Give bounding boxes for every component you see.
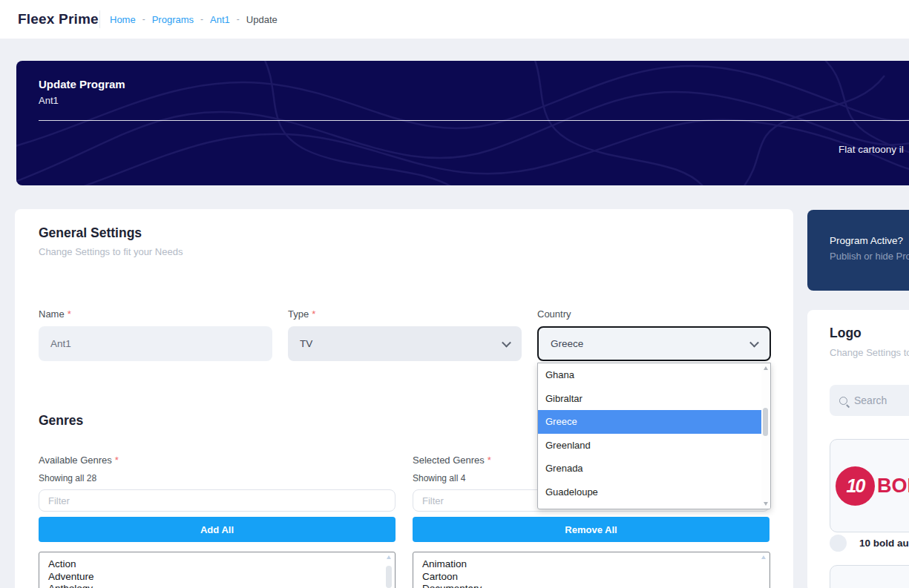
header-divider: [99, 10, 100, 28]
country-option-greece-selected[interactable]: Greece: [538, 410, 770, 434]
logo-card: Logo Change Settings to Search 10 BOLD 1…: [807, 310, 909, 588]
logo-title: Logo: [830, 326, 862, 341]
chevron-down-icon: [749, 337, 759, 347]
ten-bold-wordmark: BOLD: [877, 466, 909, 506]
available-genres-label: Available Genres*: [39, 455, 119, 466]
available-genres-label-text: Available Genres: [39, 455, 112, 466]
required-asterisk: *: [68, 308, 71, 320]
add-all-button[interactable]: Add All: [39, 517, 396, 542]
genre-option[interactable]: Action: [48, 558, 395, 571]
ten-bold-circle-logo: 10: [836, 466, 875, 506]
remove-all-button[interactable]: Remove All: [413, 517, 769, 542]
search-icon: [839, 397, 847, 405]
country-label-text: Country: [537, 308, 571, 320]
selected-genres-label: Selected Genres*: [413, 455, 491, 466]
filter-placeholder: Filter: [422, 495, 444, 506]
country-option-guadeloupe[interactable]: Guadeloupe: [538, 480, 770, 504]
genres-title: Genres: [39, 413, 83, 429]
filter-placeholder: Filter: [48, 495, 70, 506]
logo-radio-label: 10 bold au: [859, 538, 909, 549]
country-option-guam[interactable]: Guam: [538, 503, 770, 509]
scroll-up-icon[interactable]: [764, 366, 768, 370]
program-active-card[interactable]: Program Active? Publish or hide Prog: [807, 210, 909, 291]
genre-option[interactable]: Anthology: [48, 583, 395, 588]
selected-genres-count: Showing all 4: [413, 473, 465, 483]
genre-option[interactable]: Cartoon: [422, 571, 769, 584]
country-dropdown-list: Ghana Gibraltar Greece Greenland Grenada…: [537, 363, 771, 509]
scrollbar-thumb[interactable]: [763, 408, 768, 436]
logo-search-input[interactable]: Search: [830, 385, 909, 416]
country-select[interactable]: Greece: [537, 326, 771, 361]
general-settings-title: General Settings: [39, 225, 142, 241]
scrollbar-thumb[interactable]: [386, 566, 392, 588]
country-option-gibraltar[interactable]: Gibraltar: [538, 387, 770, 411]
required-asterisk: *: [115, 455, 119, 466]
type-label-text: Type: [288, 308, 309, 320]
program-active-title: Program Active?: [830, 235, 903, 246]
name-label: Name*: [39, 308, 71, 320]
country-label: Country: [537, 308, 571, 320]
available-genres-listbox[interactable]: Action Adventure Anthology: [39, 552, 396, 588]
page-banner: Update Program Ant1 Flat cartoony il: [16, 61, 909, 185]
breadcrumb-ant1[interactable]: Ant1: [210, 14, 230, 25]
dropdown-scrollbar[interactable]: [761, 363, 770, 509]
breadcrumb-update: Update: [246, 14, 278, 25]
name-label-text: Name: [39, 308, 65, 320]
selected-genres-label-text: Selected Genres: [413, 455, 485, 466]
available-filter-input[interactable]: Filter: [39, 489, 396, 512]
breadcrumb-separator: -: [237, 14, 240, 24]
logo-option-tile[interactable]: [830, 565, 909, 588]
listbox-scrollbar[interactable]: [384, 554, 393, 588]
name-field[interactable]: Ant1: [39, 326, 272, 361]
banner-title: Update Program: [39, 78, 125, 90]
general-settings-subtitle: Change Settings to fit your Needs: [39, 246, 183, 257]
chevron-down-icon: [502, 337, 511, 347]
selected-genres-listbox[interactable]: Animation Cartoon Documentary: [413, 552, 770, 588]
breadcrumb-separator: -: [200, 14, 203, 24]
breadcrumb-programs[interactable]: Programs: [152, 14, 194, 25]
radio-button[interactable]: [830, 535, 847, 552]
breadcrumb-home[interactable]: Home: [110, 14, 136, 25]
genre-option[interactable]: Animation: [422, 558, 769, 571]
banner-image-alt-text: Flat cartoony il: [839, 144, 904, 155]
scroll-down-icon[interactable]: [764, 502, 768, 506]
program-active-subtitle: Publish or hide Prog: [830, 251, 909, 262]
topographic-pattern: [16, 61, 909, 185]
listbox-scrollbar[interactable]: [759, 554, 768, 588]
type-select[interactable]: TV: [288, 326, 522, 361]
breadcrumb: Home - Programs - Ant1 - Update: [110, 0, 278, 39]
logo-radio-row[interactable]: 10 bold au: [830, 535, 909, 552]
page: Fleex Prime Home - Programs - Ant1 - Upd…: [0, 0, 909, 588]
required-asterisk: *: [488, 455, 491, 466]
search-placeholder: Search: [854, 394, 887, 406]
genre-option[interactable]: Documentary: [422, 583, 769, 588]
available-genres-count: Showing all 28: [39, 473, 96, 483]
country-option-greenland[interactable]: Greenland: [538, 434, 770, 457]
logo-option-tile[interactable]: 10 BOLD: [830, 439, 909, 532]
name-field-value: Ant1: [50, 338, 71, 349]
general-settings-card: General Settings Change Settings to fit …: [15, 209, 793, 588]
type-label: Type*: [288, 308, 315, 320]
required-asterisk: *: [312, 308, 315, 320]
country-option-ghana[interactable]: Ghana: [538, 363, 770, 387]
breadcrumb-separator: -: [142, 14, 145, 24]
banner-divider: [39, 120, 909, 121]
type-select-value: TV: [300, 338, 312, 349]
logo-subtitle: Change Settings to: [830, 347, 909, 358]
scroll-up-icon[interactable]: [761, 555, 766, 559]
banner-subtitle: Ant1: [39, 95, 59, 106]
country-select-value: Greece: [551, 338, 583, 349]
top-bar: Fleex Prime Home - Programs - Ant1 - Upd…: [0, 0, 909, 39]
country-option-grenada[interactable]: Grenada: [538, 457, 770, 480]
brand-logo[interactable]: Fleex Prime: [18, 0, 99, 39]
scroll-up-icon[interactable]: [387, 555, 391, 559]
genre-option[interactable]: Adventure: [48, 571, 395, 584]
